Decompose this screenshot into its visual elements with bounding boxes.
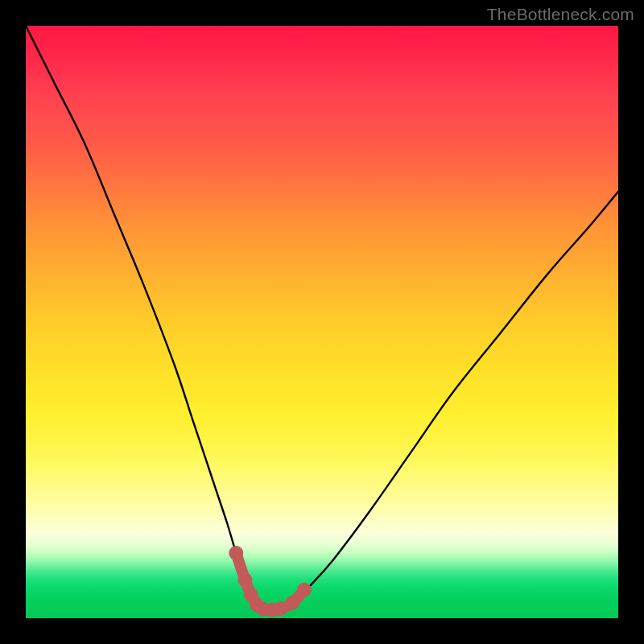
- watermark-text: TheBottleneck.com: [487, 5, 634, 24]
- chart-frame: TheBottleneck.com: [0, 0, 644, 644]
- curve-layer: [26, 26, 618, 618]
- highlight-dot: [229, 546, 243, 560]
- plot-area: [26, 26, 618, 618]
- bottleneck-curve: [26, 26, 618, 610]
- highlight-dot: [297, 583, 312, 597]
- bottom-highlight-dots: [229, 546, 312, 617]
- highlight-dot: [285, 596, 299, 610]
- highlight-dot: [237, 572, 252, 587]
